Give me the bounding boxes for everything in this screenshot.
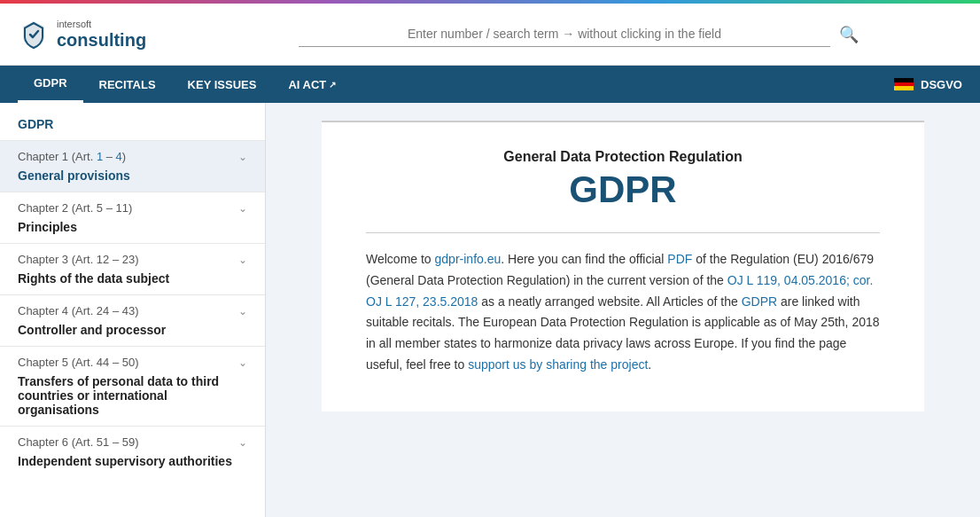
content-paragraph: Welcome to gdpr-info.eu. Here you can fi… [366, 249, 880, 376]
sidebar-chapter-1: Chapter 1 (Art. 1 – 4) ⌄ General provisi… [0, 140, 265, 192]
logo[interactable]: intersoft consulting [18, 19, 195, 51]
oj-l119-link[interactable]: OJ L 119, 04.05.2016; cor. OJ L 127, 23.… [366, 273, 873, 309]
external-link-icon: ↗ [329, 80, 336, 90]
header: intersoft consulting 🔍 [0, 4, 980, 66]
chapter-6-chevron: ⌄ [238, 436, 247, 449]
main-layout: GDPR Chapter 1 (Art. 1 – 4) ⌄ General pr… [0, 103, 980, 517]
chapter-6-label: Chapter 6 (Art. 51 – 59) [18, 435, 139, 449]
nav-item-ai-act[interactable]: AI ACT ↗ [272, 66, 352, 103]
chapter-3-chevron: ⌄ [238, 254, 247, 266]
main-nav: GDPR RECITALS KEY ISSUES AI ACT ↗ DSGVO [0, 66, 980, 103]
gdpr-link[interactable]: GDPR [742, 294, 777, 309]
search-icon[interactable]: 🔍 [839, 25, 859, 44]
nav-right: DSGVO [894, 78, 962, 91]
support-link[interactable]: support us by sharing the project [468, 357, 648, 372]
chapter-1-title: General provisions [0, 167, 265, 192]
chapter-4-header[interactable]: Chapter 4 (Art. 24 – 43) ⌄ [0, 295, 265, 321]
content-subtitle: General Data Protection Regulation [366, 149, 880, 165]
chapter-1-art4-link[interactable]: 4 [116, 150, 122, 163]
chapter-5-header[interactable]: Chapter 5 (Art. 44 – 50) ⌄ [0, 347, 265, 372]
sidebar-chapter-2: Chapter 2 (Art. 5 – 11) ⌄ Principles [0, 192, 265, 243]
chapter-2-header[interactable]: Chapter 2 (Art. 5 – 11) ⌄ [0, 192, 265, 218]
chapter-1-chevron: ⌄ [238, 151, 247, 163]
chapter-5-chevron: ⌄ [238, 356, 247, 369]
chapter-3-label: Chapter 3 (Art. 12 – 23) [18, 253, 139, 266]
content-card: General Data Protection Regulation GDPR … [322, 121, 924, 411]
gdpr-info-link[interactable]: gdpr-info.eu [435, 252, 502, 266]
chapter-5-title: Transfers of personal data to third coun… [0, 372, 265, 426]
content-main-title: GDPR [366, 168, 880, 211]
chapter-1-art1-link[interactable]: 1 [97, 150, 103, 163]
german-flag [894, 78, 914, 90]
logo-text: intersoft consulting [57, 19, 146, 49]
chapter-2-title: Principles [0, 218, 265, 243]
dsgvo-link[interactable]: DSGVO [921, 78, 962, 91]
logo-icon [18, 19, 50, 51]
chapter-1-header[interactable]: Chapter 1 (Art. 1 – 4) ⌄ [0, 141, 265, 167]
sidebar-chapter-5: Chapter 5 (Art. 44 – 50) ⌄ Transfers of … [0, 346, 265, 426]
nav-item-key-issues[interactable]: KEY ISSUES [172, 66, 273, 103]
chapter-2-chevron: ⌄ [238, 202, 247, 215]
search-input[interactable] [299, 21, 830, 47]
chapter-6-header[interactable]: Chapter 6 (Art. 51 – 59) ⌄ [0, 427, 265, 452]
sidebar-title: GDPR [0, 103, 265, 140]
chapter-5-label: Chapter 5 (Art. 44 – 50) [18, 356, 139, 369]
chapter-3-title: Rights of the data subject [0, 270, 265, 294]
content-area: General Data Protection Regulation GDPR … [266, 103, 980, 517]
chapter-4-label: Chapter 4 (Art. 24 – 43) [18, 304, 139, 317]
chapter-6-title: Independent supervisory authorities [0, 452, 265, 477]
nav-item-recitals[interactable]: RECITALS [83, 66, 172, 103]
chapter-3-header[interactable]: Chapter 3 (Art. 12 – 23) ⌄ [0, 244, 265, 270]
sidebar-chapter-4: Chapter 4 (Art. 24 – 43) ⌄ Controller an… [0, 294, 265, 346]
nav-item-gdpr[interactable]: GDPR [18, 66, 83, 103]
pdf-link[interactable]: PDF [667, 252, 692, 266]
sidebar: GDPR Chapter 1 (Art. 1 – 4) ⌄ General pr… [0, 103, 266, 517]
logo-intersoft: intersoft [57, 19, 146, 29]
chapter-4-title: Controller and processor [0, 321, 265, 346]
sidebar-chapter-6: Chapter 6 (Art. 51 – 59) ⌄ Independent s… [0, 426, 265, 477]
chapter-1-label: Chapter 1 (Art. 1 – 4) [18, 150, 126, 163]
logo-consulting: consulting [57, 30, 146, 50]
sidebar-chapter-3: Chapter 3 (Art. 12 – 23) ⌄ Rights of the… [0, 243, 265, 294]
content-divider [366, 232, 880, 233]
chapter-2-label: Chapter 2 (Art. 5 – 11) [18, 201, 132, 215]
chapter-4-chevron: ⌄ [238, 305, 247, 317]
search-area: 🔍 [195, 21, 962, 47]
